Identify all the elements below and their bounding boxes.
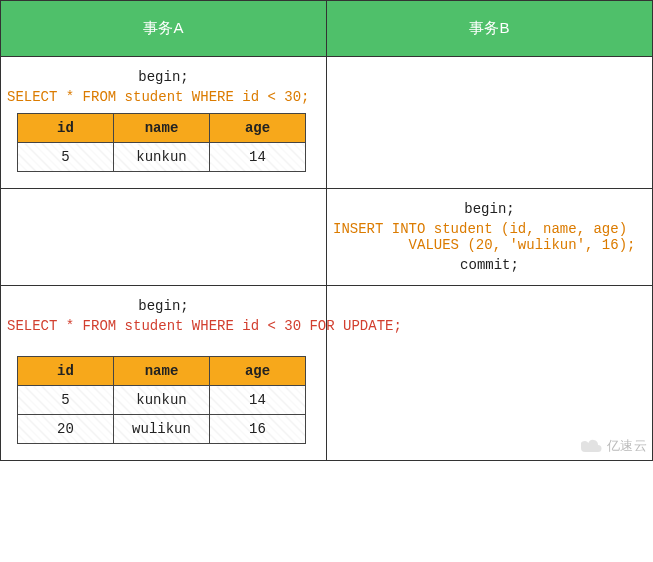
cloud-logo-icon xyxy=(581,439,603,453)
sql-begin: begin; xyxy=(7,69,320,85)
col-age: age xyxy=(210,357,306,386)
sql-begin: begin; xyxy=(333,201,646,217)
col-id: id xyxy=(18,114,114,143)
watermark-text: 亿速云 xyxy=(607,437,648,455)
step-row: begin; SELECT * FROM student WHERE id < … xyxy=(1,286,653,461)
col-id: id xyxy=(18,357,114,386)
transaction-diagram: 事务A 事务B begin; SELECT * FROM student WHE… xyxy=(0,0,653,461)
sql-commit: commit; xyxy=(333,257,646,273)
sql-insert: INSERT INTO student (id, name, age) VALU… xyxy=(333,221,646,253)
table-header-row: id name age xyxy=(18,357,306,386)
col-age: age xyxy=(210,114,306,143)
sql-select: SELECT * FROM student WHERE id < 30; xyxy=(7,89,320,105)
cell-a-2 xyxy=(1,189,327,286)
col-name: name xyxy=(114,114,210,143)
watermark: 亿速云 xyxy=(581,437,648,455)
cell-b-1 xyxy=(327,57,653,189)
table-row: 5 kunkun 14 xyxy=(18,386,306,415)
step-row: begin; INSERT INTO student (id, name, ag… xyxy=(1,189,653,286)
step-row: begin; SELECT * FROM student WHERE id < … xyxy=(1,57,653,189)
cell-b-2: begin; INSERT INTO student (id, name, ag… xyxy=(327,189,653,286)
result-table: id name age 5 kunkun 14 20 wulikun 16 xyxy=(17,356,306,444)
table-row: 5 kunkun 14 xyxy=(18,143,306,172)
table-row: 20 wulikun 16 xyxy=(18,415,306,444)
cell-b-3 xyxy=(327,286,653,461)
header-col-a: 事务A xyxy=(1,1,327,57)
header-row: 事务A 事务B xyxy=(1,1,653,57)
header-col-b: 事务B xyxy=(327,1,653,57)
col-name: name xyxy=(114,357,210,386)
cell-a-1: begin; SELECT * FROM student WHERE id < … xyxy=(1,57,327,189)
table-header-row: id name age xyxy=(18,114,306,143)
sql-select-for-update: SELECT * FROM student WHERE id < 30 FOR … xyxy=(7,318,320,334)
result-table: id name age 5 kunkun 14 xyxy=(17,113,306,172)
cell-a-3: begin; SELECT * FROM student WHERE id < … xyxy=(1,286,327,461)
sql-begin: begin; xyxy=(7,298,320,314)
